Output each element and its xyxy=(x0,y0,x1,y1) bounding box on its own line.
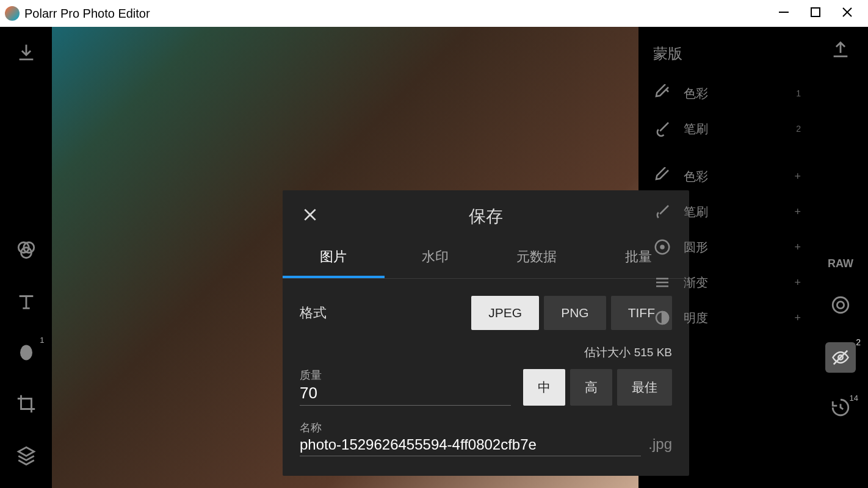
app-title: Polarr Pro Photo Editor xyxy=(24,7,778,21)
plus-icon: + xyxy=(794,170,801,183)
format-jpeg[interactable]: JPEG xyxy=(471,296,539,330)
mask-color-1[interactable]: 色彩 1 xyxy=(638,76,813,111)
titlebar: Polarr Pro Photo Editor xyxy=(0,0,868,27)
plus-icon: + xyxy=(794,276,801,289)
modal-title: 保存 xyxy=(302,205,670,228)
crop-icon[interactable] xyxy=(13,390,40,417)
visibility-badge: 2 xyxy=(856,337,861,347)
history-badge: 14 xyxy=(850,393,858,403)
canvas[interactable]: 保存 图片 水印 元数据 批量 格式 JPEG PNG TIFF 估计大小 51… xyxy=(52,27,638,488)
visibility-toggle[interactable]: 2 xyxy=(825,342,856,373)
face-badge: 1 xyxy=(40,336,44,345)
svg-point-17 xyxy=(837,301,844,308)
name-input[interactable]: photo-1529626455594-4ff0802cfb7e xyxy=(300,436,641,456)
left-sidebar: 1 xyxy=(0,27,52,488)
history-icon[interactable]: 14 xyxy=(830,397,851,420)
mask-luminance-add[interactable]: 明度 + xyxy=(638,300,813,336)
svg-rect-1 xyxy=(811,8,820,16)
mask-brush-1[interactable]: 笔刷 2 xyxy=(638,111,813,146)
target-icon[interactable] xyxy=(830,295,851,318)
name-label: 名称 xyxy=(300,420,641,435)
quality-medium[interactable]: 中 xyxy=(523,369,565,406)
quality-label: 质量 xyxy=(300,368,511,382)
maximize-button[interactable] xyxy=(809,5,822,22)
tab-metadata[interactable]: 元数据 xyxy=(486,238,588,278)
tab-watermark[interactable]: 水印 xyxy=(385,238,486,278)
panel-title: 蒙版 xyxy=(638,39,813,76)
save-modal: 保存 图片 水印 元数据 批量 格式 JPEG PNG TIFF 估计大小 51… xyxy=(283,190,689,476)
raw-button[interactable]: RAW xyxy=(828,257,853,270)
size-estimate: 估计大小 515 KB xyxy=(300,345,672,361)
format-label: 格式 xyxy=(300,304,471,322)
file-extension: .jpg xyxy=(648,436,672,456)
svg-point-16 xyxy=(833,297,848,313)
face-icon[interactable]: 1 xyxy=(13,339,40,366)
mask-gradient-add[interactable]: 渐变 + xyxy=(638,265,813,300)
plus-icon: + xyxy=(794,206,801,218)
app-icon xyxy=(5,6,20,21)
close-button[interactable] xyxy=(841,5,853,22)
import-icon[interactable] xyxy=(13,39,40,66)
plus-icon: + xyxy=(794,241,801,254)
far-right-toolbar: RAW 2 14 xyxy=(813,27,868,488)
quality-best[interactable]: 最佳 xyxy=(617,369,672,406)
format-png[interactable]: PNG xyxy=(544,296,606,330)
mask-color-add[interactable]: 色彩 + xyxy=(638,159,813,194)
quality-input[interactable]: 70 xyxy=(300,384,511,406)
svg-point-7 xyxy=(20,345,32,361)
mask-radial-add[interactable]: 圆形 + xyxy=(638,229,813,265)
quality-high[interactable]: 高 xyxy=(570,369,612,406)
mask-brush-add[interactable]: 笔刷 + xyxy=(638,194,813,229)
text-icon[interactable] xyxy=(13,288,40,315)
tab-image[interactable]: 图片 xyxy=(283,238,385,278)
plus-icon: + xyxy=(794,312,801,325)
svg-point-11 xyxy=(661,246,664,249)
export-icon[interactable] xyxy=(830,39,851,62)
filters-icon[interactable] xyxy=(13,237,40,264)
layers-icon[interactable] xyxy=(13,442,40,468)
minimize-button[interactable] xyxy=(778,5,790,22)
